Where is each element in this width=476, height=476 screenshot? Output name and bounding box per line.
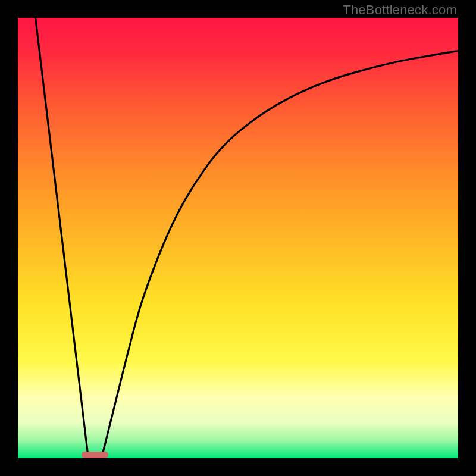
bottleneck-marker	[82, 452, 108, 458]
curve-left-segment	[36, 18, 89, 458]
watermark-text: TheBottleneck.com	[343, 2, 457, 18]
plot-area	[18, 18, 458, 458]
curve-layer	[18, 18, 458, 458]
chart-frame: TheBottleneck.com	[0, 0, 476, 476]
curve-right-segment	[102, 51, 458, 459]
